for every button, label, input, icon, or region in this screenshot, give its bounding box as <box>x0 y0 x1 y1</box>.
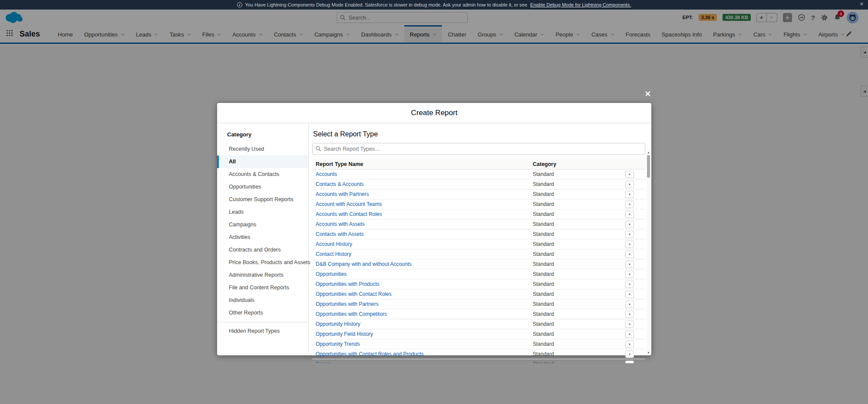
report-type-row[interactable]: Account History Standard ▼ <box>312 239 645 249</box>
info-icon: i <box>237 2 242 7</box>
report-type-link[interactable]: Opportunities with Competitors <box>312 311 533 317</box>
report-type-link[interactable]: Opportunities <box>312 271 533 277</box>
report-type-row[interactable]: Opportunities with Partners Standard ▼ <box>312 299 645 309</box>
report-type-link[interactable]: Accounts with Assets <box>312 221 533 227</box>
report-type-row[interactable]: Opportunities with Products Standard ▼ <box>312 279 645 289</box>
close-icon[interactable]: ✕ <box>645 90 651 98</box>
report-type-link[interactable]: Contacts with Assets <box>312 231 533 237</box>
report-type-link[interactable]: Account History <box>312 241 533 247</box>
report-type-row[interactable]: Contacts & Accounts Standard ▼ <box>312 179 645 189</box>
report-type-row[interactable]: Contacts with Assets Standard ▼ <box>312 229 645 239</box>
report-type-link[interactable]: D&B Company with and without Accounts <box>312 261 533 267</box>
report-type-category: Standard <box>533 351 554 357</box>
report-type-row[interactable]: Contact History Standard ▼ <box>312 249 645 259</box>
category-item-other-reports[interactable]: Other Reports <box>217 307 308 319</box>
salesforce-app: i You Have Lightning Components Debug Mo… <box>0 0 868 404</box>
report-type-row[interactable]: Opportunity Field History Standard ▼ <box>312 329 645 339</box>
report-type-category: Standard <box>533 261 554 267</box>
report-type-row[interactable]: Accounts with Assets Standard ▼ <box>312 219 645 229</box>
report-type-link[interactable]: Cases <box>312 361 533 363</box>
row-actions-dropdown-button[interactable]: ▼ <box>625 251 634 258</box>
sidebar-divider <box>217 322 308 322</box>
row-actions-dropdown-button[interactable]: ▼ <box>625 331 634 338</box>
column-category: Category <box>533 161 556 167</box>
report-type-link[interactable]: Accounts with Partners <box>312 191 533 197</box>
report-type-category: Standard <box>533 361 554 363</box>
report-type-row[interactable]: Opportunities with Contact Roles Standar… <box>312 289 645 299</box>
report-type-link[interactable]: Accounts <box>312 171 533 177</box>
row-actions-dropdown-button[interactable]: ▼ <box>625 191 634 198</box>
report-type-row[interactable]: Opportunity History Standard ▼ <box>312 319 645 329</box>
category-item-accounts-contacts[interactable]: Accounts & Contacts <box>217 168 308 181</box>
column-report-type-name: Report Type Name <box>312 161 533 167</box>
table-scrollbar[interactable]: ▲ ▼ <box>647 150 650 354</box>
scroll-down-arrow[interactable]: ▼ <box>647 351 650 354</box>
report-type-link[interactable]: Accounts with Contact Roles <box>312 211 533 217</box>
report-type-row[interactable]: Accounts Standard ▼ <box>312 169 645 179</box>
row-actions-dropdown-button[interactable]: ▼ <box>625 221 634 228</box>
report-type-row[interactable]: Accounts with Partners Standard ▼ <box>312 189 645 199</box>
report-type-link[interactable]: Opportunities with Contact Roles <box>312 291 533 297</box>
category-item-leads[interactable]: Leads <box>217 206 308 219</box>
row-actions-dropdown-button[interactable]: ▼ <box>625 241 634 248</box>
report-type-category: Standard <box>533 191 554 197</box>
row-actions-dropdown-button[interactable]: ▼ <box>625 261 634 268</box>
category-item-recently-used[interactable]: Recently Used <box>217 143 308 156</box>
report-type-row[interactable]: Opportunities Standard ▼ <box>312 269 645 279</box>
row-actions-dropdown-button[interactable]: ▼ <box>625 281 634 288</box>
category-item-customer-support-reports[interactable]: Customer Support Reports <box>217 193 308 206</box>
row-actions-dropdown-button[interactable]: ▼ <box>625 231 634 238</box>
category-item-administrative-reports[interactable]: Administrative Reports <box>217 269 308 281</box>
row-actions-dropdown-button[interactable]: ▼ <box>625 351 634 358</box>
report-type-row[interactable]: D&B Company with and without Accounts St… <box>312 259 645 269</box>
report-type-row[interactable]: Cases Standard ▼ <box>312 359 645 363</box>
category-item-contracts-and-orders[interactable]: Contracts and Orders <box>217 244 308 256</box>
report-type-link[interactable]: Opportunity History <box>312 321 533 327</box>
category-item-price-books-products-and-assets[interactable]: Price Books, Products and Assets <box>217 256 308 269</box>
report-type-link[interactable]: Opportunities with Products <box>312 281 533 287</box>
report-type-category: Standard <box>533 201 554 207</box>
report-type-search-input[interactable] <box>312 143 645 155</box>
scrollbar-thumb[interactable] <box>647 155 650 178</box>
report-type-row[interactable]: Opportunity Trends Standard ▼ <box>312 339 645 349</box>
report-type-row[interactable]: Opportunities with Competitors Standard … <box>312 309 645 319</box>
sidebar-items: Recently UsedAllAccounts & ContactsOppor… <box>217 143 308 338</box>
report-type-panel: Select a Report Type Report Type Name Ca… <box>309 123 651 354</box>
row-actions-dropdown-button[interactable]: ▼ <box>625 301 634 308</box>
row-actions-dropdown-button[interactable]: ▼ <box>625 361 634 363</box>
category-sidebar: Category Recently UsedAllAccounts & Cont… <box>217 123 309 354</box>
debug-banner-text: You Have Lightning Components Debug Mode… <box>245 2 528 7</box>
row-actions-dropdown-button[interactable]: ▼ <box>625 311 634 318</box>
row-actions-dropdown-button[interactable]: ▼ <box>625 181 634 188</box>
report-type-link[interactable]: Opportunity Trends <box>312 341 533 347</box>
category-item-activities[interactable]: Activities <box>217 231 308 244</box>
category-item-opportunities[interactable]: Opportunities <box>217 181 308 193</box>
report-type-category: Standard <box>533 301 554 307</box>
report-type-link[interactable]: Contacts & Accounts <box>312 181 533 187</box>
report-type-category: Standard <box>533 331 554 337</box>
report-type-link[interactable]: Opportunities with Contact Roles and Pro… <box>312 351 533 357</box>
category-item-all[interactable]: All <box>217 156 308 168</box>
debug-banner-link[interactable]: Enable Debug Mode for Lightning Componen… <box>530 2 631 7</box>
report-type-link[interactable]: Account with Account Teams <box>312 201 533 207</box>
report-type-link[interactable]: Opportunities with Partners <box>312 301 533 307</box>
scroll-up-arrow[interactable]: ▲ <box>647 150 650 154</box>
row-actions-dropdown-button[interactable]: ▼ <box>625 341 634 348</box>
category-item-campaigns[interactable]: Campaigns <box>217 219 308 231</box>
report-type-link[interactable]: Contact History <box>312 251 533 257</box>
category-item-file-and-content-reports[interactable]: File and Content Reports <box>217 281 308 294</box>
row-actions-dropdown-button[interactable]: ▼ <box>625 321 634 328</box>
report-type-list: Accounts Standard ▼ Contacts & Accounts … <box>312 169 645 363</box>
category-item-individuals[interactable]: Individuals <box>217 294 308 307</box>
report-type-row[interactable]: Account with Account Teams Standard ▼ <box>312 199 645 209</box>
report-type-row[interactable]: Opportunities with Contact Roles and Pro… <box>312 349 645 359</box>
row-actions-dropdown-button[interactable]: ▼ <box>625 171 634 178</box>
row-actions-dropdown-button[interactable]: ▼ <box>625 211 634 218</box>
row-actions-dropdown-button[interactable]: ▼ <box>625 201 634 208</box>
report-type-link[interactable]: Opportunity Field History <box>312 331 533 337</box>
report-type-row[interactable]: Accounts with Contact Roles Standard ▼ <box>312 209 645 219</box>
banner-close-icon[interactable]: ✕ <box>860 1 864 7</box>
row-actions-dropdown-button[interactable]: ▼ <box>625 291 634 298</box>
row-actions-dropdown-button[interactable]: ▼ <box>625 271 634 278</box>
category-item-hidden-report-types[interactable]: Hidden Report Types <box>217 325 308 338</box>
